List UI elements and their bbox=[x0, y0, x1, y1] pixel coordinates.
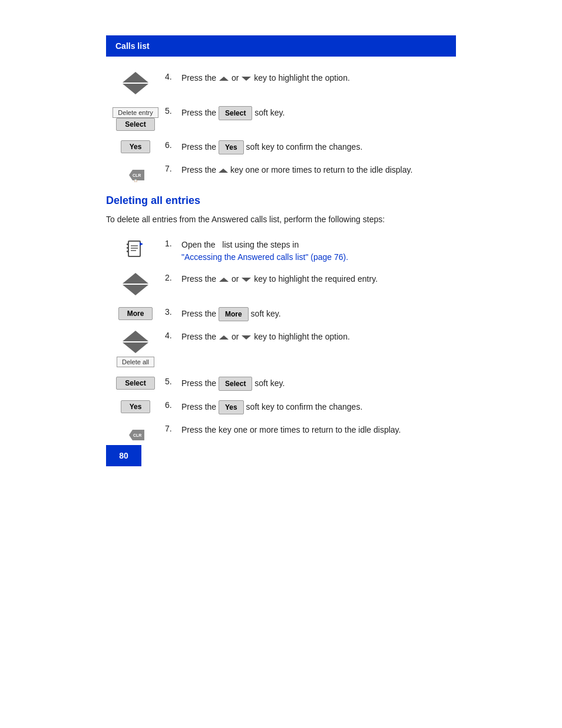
svg-text:CLR: CLR bbox=[133, 433, 141, 437]
icon-select-5b: Select bbox=[106, 375, 165, 390]
page-number-box: 80 bbox=[106, 445, 141, 466]
icon-yes-6: Yes bbox=[106, 139, 165, 153]
svg-rect-6 bbox=[127, 247, 129, 249]
del-step-num-3: 3. bbox=[165, 307, 178, 317]
arrow-down-icon-2 bbox=[123, 285, 148, 295]
del-all-step-4: Delete all 4. Press the or key to highli… bbox=[106, 330, 456, 367]
clr-svg: CLR 📋 bbox=[124, 164, 147, 186]
del-all-step-2: 2. Press the or key to highlight the req… bbox=[106, 272, 456, 298]
icon-clr-7b: CLR bbox=[106, 423, 165, 446]
svg-rect-4 bbox=[129, 242, 140, 256]
del-all-step-7: CLR 7. Press the key one or more times t… bbox=[106, 423, 456, 446]
deleting-all-desc: To delete all entries from the Answered … bbox=[106, 213, 456, 226]
calls-list-header: Calls list bbox=[106, 35, 456, 57]
clr-inline-icon bbox=[219, 169, 228, 173]
icon-nav-arrows-4 bbox=[106, 71, 165, 97]
icon-clr-7: CLR 📋 bbox=[106, 163, 165, 186]
page-container: Calls list 4. Press the or key to highli… bbox=[0, 0, 562, 490]
answered-calls-link[interactable]: "Accessing the Answered calls list" (pag… bbox=[181, 252, 348, 262]
yes-inline-key: Yes bbox=[219, 140, 244, 154]
icon-more-3: More bbox=[106, 306, 165, 320]
clr-key-icon-7b: CLR bbox=[124, 424, 147, 446]
del-step-num-2: 2. bbox=[165, 273, 178, 282]
step-text-5: Press the Select soft key. bbox=[181, 106, 456, 120]
step-text-6: Press the Yes soft key to confirm the ch… bbox=[181, 140, 456, 154]
inline-arrow-down-4 bbox=[242, 335, 251, 340]
del-step-num-6: 6. bbox=[165, 400, 178, 410]
step-num-6: 6. bbox=[165, 140, 178, 150]
delete-all-label: Delete all bbox=[117, 357, 154, 367]
icon-phonebook-1 bbox=[106, 238, 165, 259]
more-key-3: More bbox=[118, 307, 153, 320]
del-all-step-1-col: 1. Open the list using the steps in "Acc… bbox=[165, 238, 456, 263]
inline-arrow-down bbox=[242, 77, 251, 81]
step-6-yes: Yes 6. Press the Yes soft key to confirm… bbox=[106, 139, 456, 154]
del-step-text-4: Press the or key to highlight the option… bbox=[181, 331, 456, 343]
del-all-step-6-col: 6. Press the Yes soft key to confirm the… bbox=[165, 399, 456, 414]
arrow-up-icon-4b bbox=[123, 331, 148, 341]
svg-marker-11 bbox=[140, 242, 143, 246]
yes-key-6: Yes bbox=[121, 140, 151, 153]
del-step-text-5: Press the Select soft key. bbox=[181, 377, 456, 391]
del-all-step-7-col: 7. Press the key one or more times to re… bbox=[165, 423, 456, 436]
step-4-delete-entry: 4. Press the or key to highlight the opt… bbox=[106, 71, 456, 97]
icon-nav-arrows-4b: Delete all bbox=[106, 330, 165, 367]
del-step-num-7: 7. bbox=[165, 424, 178, 433]
clr-svg-7b: CLR bbox=[124, 424, 147, 446]
deleting-all-title: Deleting all entries bbox=[106, 195, 456, 207]
del-step-num-4: 4. bbox=[165, 331, 178, 340]
icon-nav-arrows-2 bbox=[106, 272, 165, 298]
step-5-col: 5. Press the Select soft key. bbox=[165, 105, 456, 120]
header-title: Calls list bbox=[115, 41, 150, 51]
step-num-7: 7. bbox=[165, 164, 178, 173]
arrow-down-icon bbox=[123, 84, 148, 94]
select-key-5b: Select bbox=[116, 377, 154, 390]
del-step-text-3: Press the More soft key. bbox=[181, 307, 456, 321]
select-inline-key-5b: Select bbox=[219, 377, 252, 391]
yes-key-6b: Yes bbox=[121, 400, 151, 413]
step-7-clr: CLR 📋 7. Press the key one or more times… bbox=[106, 163, 456, 186]
del-all-step-5-col: 5. Press the Select soft key. bbox=[165, 375, 456, 391]
arrow-up-icon bbox=[123, 72, 148, 83]
desc-text: To delete all entries from the Answered … bbox=[106, 215, 385, 224]
phonebook-svg bbox=[125, 239, 146, 259]
del-step-num-5: 5. bbox=[165, 377, 178, 386]
step-5-select: Delete entry Select 5. Press the Select … bbox=[106, 105, 456, 131]
yes-inline-key-6b: Yes bbox=[219, 400, 244, 414]
inline-arrow-up-2 bbox=[219, 278, 229, 282]
del-step-num-1: 1. bbox=[165, 239, 178, 248]
nav-arrows-icon-4b bbox=[123, 331, 148, 353]
del-all-step-6: Yes 6. Press the Yes soft key to confirm… bbox=[106, 399, 456, 414]
icon-select-5: Delete entry Select bbox=[106, 105, 165, 131]
del-all-step-5: Select 5. Press the Select soft key. bbox=[106, 375, 456, 391]
del-all-step-3: More 3. Press the More soft key. bbox=[106, 306, 456, 321]
step-7-col: 7. Press the key one or more times to re… bbox=[165, 163, 456, 176]
step-num-4: 4. bbox=[165, 72, 178, 81]
arrow-down-icon-4b bbox=[123, 342, 148, 353]
step-4-col: 4. Press the or key to highlight the opt… bbox=[165, 71, 456, 84]
inline-arrow-up-4 bbox=[219, 335, 229, 340]
clr-key-icon: CLR 📋 bbox=[124, 164, 147, 186]
svg-text:📋: 📋 bbox=[134, 179, 138, 183]
svg-rect-7 bbox=[127, 251, 129, 252]
del-step-text-2: Press the or key to highlight the requir… bbox=[181, 273, 456, 285]
select-inline-key: Select bbox=[219, 106, 252, 120]
del-all-step-3-col: 3. Press the More soft key. bbox=[165, 306, 456, 321]
inline-arrow-up bbox=[219, 77, 229, 81]
svg-text:CLR: CLR bbox=[133, 173, 141, 177]
del-all-step-2-col: 2. Press the or key to highlight the req… bbox=[165, 272, 456, 285]
step-text-7: Press the key one or more times to retur… bbox=[181, 164, 456, 176]
step-text-4: Press the or key to highlight the option… bbox=[181, 72, 456, 84]
inline-arrow-down-2 bbox=[242, 278, 251, 282]
svg-rect-5 bbox=[127, 243, 129, 245]
arrow-up-icon-2 bbox=[123, 273, 148, 284]
nav-arrows-icon-2 bbox=[123, 273, 148, 295]
del-step-text-1: Open the list using the steps in "Access… bbox=[181, 239, 456, 263]
more-inline-key: More bbox=[219, 307, 249, 321]
select-key-5: Select bbox=[116, 118, 154, 131]
del-step-text-7: Press the key one or more times to retur… bbox=[181, 424, 456, 436]
step-num-5: 5. bbox=[165, 106, 178, 116]
del-all-step-1: 1. Open the list using the steps in "Acc… bbox=[106, 238, 456, 263]
nav-arrows-icon bbox=[123, 72, 148, 94]
icon-yes-6b: Yes bbox=[106, 399, 165, 413]
